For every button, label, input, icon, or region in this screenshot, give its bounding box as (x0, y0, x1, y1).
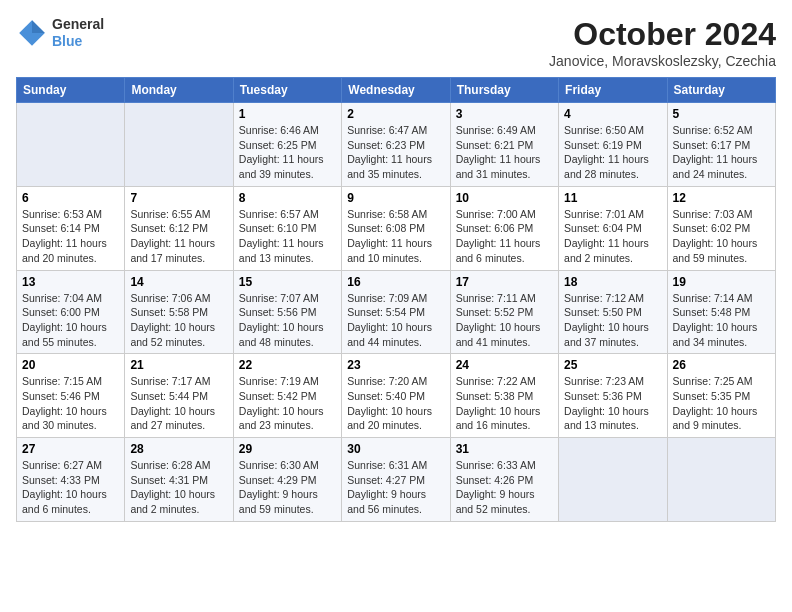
day-number: 29 (239, 442, 336, 456)
header-row: Sunday Monday Tuesday Wednesday Thursday… (17, 78, 776, 103)
svg-marker-1 (32, 20, 45, 33)
day-number: 12 (673, 191, 770, 205)
day-detail: Sunrise: 7:07 AMSunset: 5:56 PMDaylight:… (239, 291, 336, 350)
calendar-cell: 8Sunrise: 6:57 AMSunset: 6:10 PMDaylight… (233, 186, 341, 270)
logo-text: General Blue (52, 16, 104, 50)
day-detail: Sunrise: 7:11 AMSunset: 5:52 PMDaylight:… (456, 291, 553, 350)
calendar-week-4: 20Sunrise: 7:15 AMSunset: 5:46 PMDayligh… (17, 354, 776, 438)
day-detail: Sunrise: 6:27 AMSunset: 4:33 PMDaylight:… (22, 458, 119, 517)
header-friday: Friday (559, 78, 667, 103)
day-detail: Sunrise: 6:46 AMSunset: 6:25 PMDaylight:… (239, 123, 336, 182)
calendar-cell: 17Sunrise: 7:11 AMSunset: 5:52 PMDayligh… (450, 270, 558, 354)
day-detail: Sunrise: 6:58 AMSunset: 6:08 PMDaylight:… (347, 207, 444, 266)
calendar-cell (559, 438, 667, 522)
calendar-week-3: 13Sunrise: 7:04 AMSunset: 6:00 PMDayligh… (17, 270, 776, 354)
calendar-cell (125, 103, 233, 187)
day-detail: Sunrise: 6:30 AMSunset: 4:29 PMDaylight:… (239, 458, 336, 517)
day-number: 19 (673, 275, 770, 289)
page-header: General Blue October 2024 Janovice, Mora… (16, 16, 776, 69)
day-number: 10 (456, 191, 553, 205)
calendar-cell: 4Sunrise: 6:50 AMSunset: 6:19 PMDaylight… (559, 103, 667, 187)
calendar-cell: 7Sunrise: 6:55 AMSunset: 6:12 PMDaylight… (125, 186, 233, 270)
calendar-table: Sunday Monday Tuesday Wednesday Thursday… (16, 77, 776, 522)
day-detail: Sunrise: 6:50 AMSunset: 6:19 PMDaylight:… (564, 123, 661, 182)
day-number: 5 (673, 107, 770, 121)
day-detail: Sunrise: 6:53 AMSunset: 6:14 PMDaylight:… (22, 207, 119, 266)
day-detail: Sunrise: 7:22 AMSunset: 5:38 PMDaylight:… (456, 374, 553, 433)
calendar-subtitle: Janovice, Moravskoslezsky, Czechia (549, 53, 776, 69)
header-monday: Monday (125, 78, 233, 103)
day-detail: Sunrise: 7:01 AMSunset: 6:04 PMDaylight:… (564, 207, 661, 266)
day-detail: Sunrise: 7:04 AMSunset: 6:00 PMDaylight:… (22, 291, 119, 350)
day-detail: Sunrise: 7:14 AMSunset: 5:48 PMDaylight:… (673, 291, 770, 350)
calendar-cell: 24Sunrise: 7:22 AMSunset: 5:38 PMDayligh… (450, 354, 558, 438)
calendar-cell: 22Sunrise: 7:19 AMSunset: 5:42 PMDayligh… (233, 354, 341, 438)
day-detail: Sunrise: 7:00 AMSunset: 6:06 PMDaylight:… (456, 207, 553, 266)
calendar-cell: 9Sunrise: 6:58 AMSunset: 6:08 PMDaylight… (342, 186, 450, 270)
calendar-title: October 2024 (549, 16, 776, 53)
calendar-week-5: 27Sunrise: 6:27 AMSunset: 4:33 PMDayligh… (17, 438, 776, 522)
day-number: 14 (130, 275, 227, 289)
calendar-cell: 23Sunrise: 7:20 AMSunset: 5:40 PMDayligh… (342, 354, 450, 438)
day-detail: Sunrise: 7:23 AMSunset: 5:36 PMDaylight:… (564, 374, 661, 433)
calendar-cell (17, 103, 125, 187)
day-detail: Sunrise: 6:55 AMSunset: 6:12 PMDaylight:… (130, 207, 227, 266)
day-number: 25 (564, 358, 661, 372)
header-wednesday: Wednesday (342, 78, 450, 103)
calendar-cell: 12Sunrise: 7:03 AMSunset: 6:02 PMDayligh… (667, 186, 775, 270)
day-number: 7 (130, 191, 227, 205)
day-number: 3 (456, 107, 553, 121)
header-tuesday: Tuesday (233, 78, 341, 103)
day-detail: Sunrise: 7:06 AMSunset: 5:58 PMDaylight:… (130, 291, 227, 350)
header-sunday: Sunday (17, 78, 125, 103)
day-detail: Sunrise: 7:15 AMSunset: 5:46 PMDaylight:… (22, 374, 119, 433)
day-detail: Sunrise: 6:49 AMSunset: 6:21 PMDaylight:… (456, 123, 553, 182)
calendar-week-1: 1Sunrise: 6:46 AMSunset: 6:25 PMDaylight… (17, 103, 776, 187)
calendar-cell: 19Sunrise: 7:14 AMSunset: 5:48 PMDayligh… (667, 270, 775, 354)
calendar-cell: 21Sunrise: 7:17 AMSunset: 5:44 PMDayligh… (125, 354, 233, 438)
day-number: 9 (347, 191, 444, 205)
calendar-cell: 3Sunrise: 6:49 AMSunset: 6:21 PMDaylight… (450, 103, 558, 187)
calendar-cell: 10Sunrise: 7:00 AMSunset: 6:06 PMDayligh… (450, 186, 558, 270)
calendar-cell: 11Sunrise: 7:01 AMSunset: 6:04 PMDayligh… (559, 186, 667, 270)
day-detail: Sunrise: 6:52 AMSunset: 6:17 PMDaylight:… (673, 123, 770, 182)
day-detail: Sunrise: 7:25 AMSunset: 5:35 PMDaylight:… (673, 374, 770, 433)
day-number: 18 (564, 275, 661, 289)
calendar-cell: 26Sunrise: 7:25 AMSunset: 5:35 PMDayligh… (667, 354, 775, 438)
logo-icon (16, 17, 48, 49)
day-detail: Sunrise: 6:33 AMSunset: 4:26 PMDaylight:… (456, 458, 553, 517)
calendar-body: 1Sunrise: 6:46 AMSunset: 6:25 PMDaylight… (17, 103, 776, 522)
calendar-cell: 29Sunrise: 6:30 AMSunset: 4:29 PMDayligh… (233, 438, 341, 522)
calendar-cell: 1Sunrise: 6:46 AMSunset: 6:25 PMDaylight… (233, 103, 341, 187)
day-detail: Sunrise: 7:09 AMSunset: 5:54 PMDaylight:… (347, 291, 444, 350)
day-detail: Sunrise: 7:03 AMSunset: 6:02 PMDaylight:… (673, 207, 770, 266)
calendar-cell: 25Sunrise: 7:23 AMSunset: 5:36 PMDayligh… (559, 354, 667, 438)
day-number: 6 (22, 191, 119, 205)
day-number: 24 (456, 358, 553, 372)
day-number: 16 (347, 275, 444, 289)
day-number: 28 (130, 442, 227, 456)
logo: General Blue (16, 16, 104, 50)
day-detail: Sunrise: 7:12 AMSunset: 5:50 PMDaylight:… (564, 291, 661, 350)
title-block: October 2024 Janovice, Moravskoslezsky, … (549, 16, 776, 69)
calendar-cell: 5Sunrise: 6:52 AMSunset: 6:17 PMDaylight… (667, 103, 775, 187)
calendar-cell: 15Sunrise: 7:07 AMSunset: 5:56 PMDayligh… (233, 270, 341, 354)
day-number: 21 (130, 358, 227, 372)
day-detail: Sunrise: 6:57 AMSunset: 6:10 PMDaylight:… (239, 207, 336, 266)
calendar-cell: 30Sunrise: 6:31 AMSunset: 4:27 PMDayligh… (342, 438, 450, 522)
day-number: 13 (22, 275, 119, 289)
day-detail: Sunrise: 7:19 AMSunset: 5:42 PMDaylight:… (239, 374, 336, 433)
day-detail: Sunrise: 6:47 AMSunset: 6:23 PMDaylight:… (347, 123, 444, 182)
day-number: 20 (22, 358, 119, 372)
calendar-week-2: 6Sunrise: 6:53 AMSunset: 6:14 PMDaylight… (17, 186, 776, 270)
calendar-cell (667, 438, 775, 522)
calendar-cell: 16Sunrise: 7:09 AMSunset: 5:54 PMDayligh… (342, 270, 450, 354)
day-number: 31 (456, 442, 553, 456)
day-number: 22 (239, 358, 336, 372)
day-number: 2 (347, 107, 444, 121)
day-number: 1 (239, 107, 336, 121)
day-number: 23 (347, 358, 444, 372)
day-number: 8 (239, 191, 336, 205)
day-number: 30 (347, 442, 444, 456)
day-detail: Sunrise: 7:17 AMSunset: 5:44 PMDaylight:… (130, 374, 227, 433)
